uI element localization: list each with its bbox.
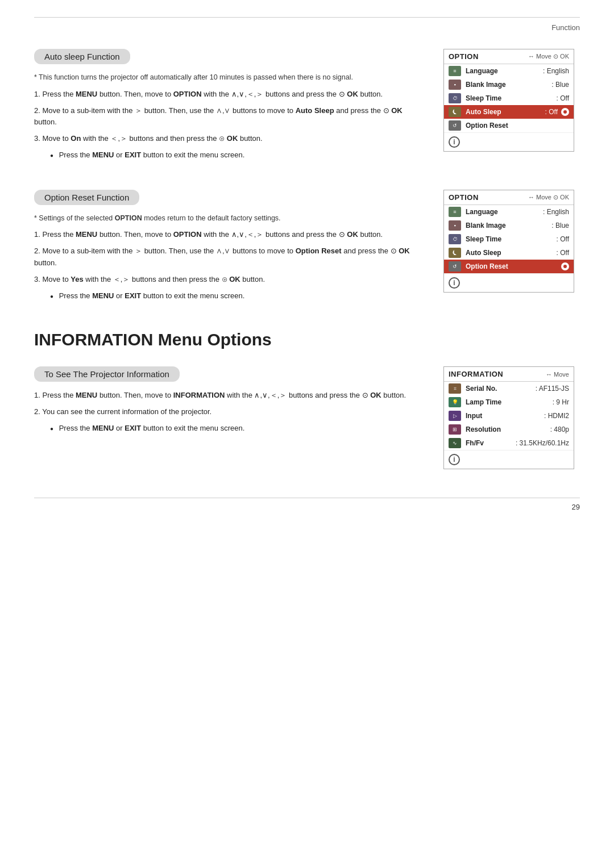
osd-icon-sleep: ⏱	[449, 93, 461, 103]
osd-value-sleep-time2: : Off	[557, 235, 569, 243]
osd-value-sleep-time: : Off	[557, 94, 569, 102]
osd-title2: OPTION	[449, 193, 479, 202]
osd-panel-info: INFORMATION ↔ Move ⌗ Serial No. : AF115-…	[443, 366, 574, 469]
osd-value-language: : English	[543, 67, 569, 75]
option-bold: OPTION	[173, 230, 202, 239]
osd-controls3: ↔ Move	[546, 371, 569, 378]
option-reset-bold: Option Reset	[296, 247, 342, 255]
osd-icon-lamp: 💡	[449, 397, 461, 407]
osd-footer3: i	[444, 450, 574, 469]
osd-row-option-reset2: ↺ Option Reset	[444, 260, 574, 273]
osd-footer2: i	[444, 273, 574, 292]
osd-icon-serial: ⌗	[449, 383, 461, 394]
information-bold: INFORMATION	[173, 391, 225, 399]
osd-label-sleep-time2: Sleep Time	[466, 235, 554, 243]
osd-controls2: ↔ Move ⊙ OK	[528, 194, 569, 201]
osd-row-lamp: 💡 Lamp Time : 9 Hr	[444, 395, 574, 409]
menu-bold: MENU	[76, 391, 97, 399]
osd-label-input: Input	[466, 412, 542, 420]
osd-icon-resolution: ⊞	[449, 424, 461, 435]
osd-label-fhfv: Fh/Fv	[466, 439, 513, 447]
menu-bold2: MENU	[92, 424, 114, 432]
page: Function Auto sleep Function * This func…	[0, 0, 614, 868]
osd-label-option-reset: Option Reset	[466, 122, 569, 130]
osd-footer: i	[444, 132, 574, 151]
page-number: 29	[34, 503, 580, 511]
step-num: 1.	[34, 391, 40, 399]
osd-label-language2: Language	[466, 208, 541, 216]
option-bold-note: OPTION	[115, 214, 142, 222]
osd-label-auto-sleep2: Auto Sleep	[466, 249, 554, 257]
ok-bold3: OK	[229, 275, 240, 283]
info-icon2: i	[449, 277, 460, 289]
option-reset-osd: OPTION ↔ Move ⊙ OK ≡ Language : English …	[443, 190, 580, 293]
ok-bold: OK	[347, 90, 358, 98]
info-icon: i	[449, 136, 460, 148]
information-text: To See The Projector Information 1. Pres…	[34, 366, 426, 434]
option-reset-section: Option Reset Function * Settings of the …	[34, 190, 580, 302]
osd-row-language: ≡ Language : English	[444, 64, 574, 78]
step-num: 2.	[34, 247, 40, 255]
auto-sleep-step-1: 1. Press the MENU button. Then, move to …	[34, 89, 426, 101]
ok-bold2: OK	[399, 247, 410, 255]
osd-header: OPTION ↔ Move ⊙ OK	[444, 49, 574, 64]
osd-row-blank2: ▪ Blank Image : Blue	[444, 219, 574, 232]
osd-row-auto-sleep: ⏾ Auto Sleep : Off	[444, 105, 574, 119]
option-reset-bullet: Press the MENU or EXIT button to exit th…	[50, 290, 426, 302]
osd-icon-sleep2: ⏱	[449, 234, 461, 244]
option-reset-title: Option Reset Function	[34, 190, 139, 205]
osd-row-sleep-time2: ⏱ Sleep Time : Off	[444, 232, 574, 246]
top-rule	[34, 17, 580, 18]
info-step-1: 1. Press the MENU button. Then, move to …	[34, 390, 426, 402]
osd-header2: OPTION ↔ Move ⊙ OK	[444, 190, 574, 205]
osd-title: OPTION	[449, 52, 479, 61]
auto-sleep-title: Auto sleep Function	[34, 49, 130, 64]
osd-label-resolution: Resolution	[466, 425, 548, 433]
ok-bold: OK	[347, 230, 358, 239]
info-bullet: Press the MENU or EXIT button to exit th…	[50, 423, 426, 435]
osd-dot-reset	[561, 262, 569, 270]
osd-panel-option-reset: OPTION ↔ Move ⊙ OK ≡ Language : English …	[443, 190, 574, 293]
osd-label-sleep-time: Sleep Time	[466, 94, 554, 102]
exit-bold: EXIT	[125, 291, 141, 300]
osd-row-input: ▷ Input : HDMI2	[444, 409, 574, 423]
osd-row-resolution: ⊞ Resolution : 480p	[444, 423, 574, 436]
osd-label-lamp: Lamp Time	[466, 398, 550, 406]
step-num: 1.	[34, 90, 40, 98]
osd-icon-language2: ≡	[449, 207, 461, 217]
osd-value-lamp: : 9 Hr	[553, 398, 569, 406]
step-num: 3.	[34, 275, 40, 283]
osd-title3: INFORMATION	[449, 370, 503, 378]
osd-icon-language: ≡	[449, 66, 461, 76]
osd-row-fhfv: ∿ Fh/Fv : 31.5KHz/60.1Hz	[444, 436, 574, 450]
info-step-2: 2. You can see the current information o…	[34, 406, 426, 418]
osd-label-blank: Blank Image	[466, 81, 549, 89]
header-function: Function	[34, 23, 580, 32]
step-num: 2.	[34, 106, 40, 115]
auto-sleep-osd: OPTION ↔ Move ⊙ OK ≡ Language : English …	[443, 49, 580, 152]
auto-sleep-step-3: 3. Move to On with the ＜,＞ buttons and t…	[34, 133, 426, 145]
osd-icon-blank: ▪	[449, 80, 461, 90]
osd-value-auto-sleep2: : Off	[557, 249, 569, 257]
osd-label-language: Language	[466, 67, 541, 75]
osd-row-auto-sleep2: ⏾ Auto Sleep : Off	[444, 246, 574, 260]
osd-value-language2: : English	[543, 208, 569, 216]
osd-row-sleep-time: ⏱ Sleep Time : Off	[444, 91, 574, 105]
osd-value-blank2: : Blue	[551, 222, 569, 229]
osd-value-serial: : AF115-JS	[536, 385, 569, 393]
information-osd: INFORMATION ↔ Move ⌗ Serial No. : AF115-…	[443, 366, 580, 469]
exit-bold: EXIT	[125, 151, 141, 159]
information-big-title: INFORMATION Menu Options	[34, 330, 580, 349]
menu-bold: MENU	[76, 90, 97, 98]
information-section: To See The Projector Information 1. Pres…	[34, 366, 580, 469]
osd-row-option-reset: ↺ Option Reset	[444, 119, 574, 132]
osd-row-serial: ⌗ Serial No. : AF115-JS	[444, 382, 574, 395]
osd-row-language2: ≡ Language : English	[444, 205, 574, 219]
step-num: 1.	[34, 230, 40, 239]
ok-bold: OK	[370, 391, 381, 399]
osd-header3: INFORMATION ↔ Move	[444, 367, 574, 382]
auto-sleep-section: Auto sleep Function * This function turn…	[34, 49, 580, 161]
osd-row-blank: ▪ Blank Image : Blue	[444, 78, 574, 91]
option-reset-note: * Settings of the selected OPTION modes …	[34, 213, 426, 224]
exit-bold: EXIT	[125, 424, 141, 432]
